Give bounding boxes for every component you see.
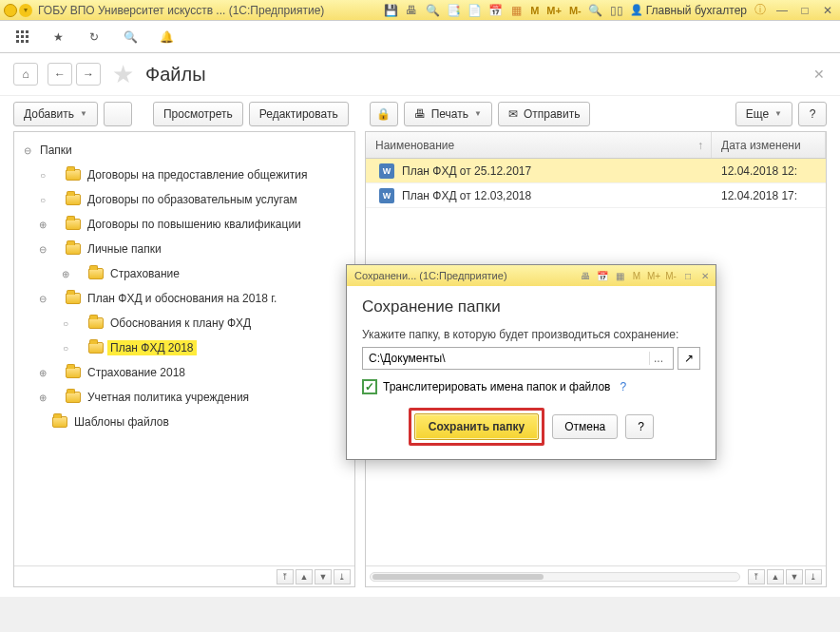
zoom-icon[interactable]: 🔍 [588,3,603,18]
tree-item[interactable]: ○Обоснования к плану ФХД [18,311,351,335]
panels-icon[interactable]: ▯▯ [609,3,624,18]
compare-icon[interactable]: 📑 [446,3,461,18]
dialog-help-button[interactable]: ? [625,414,654,439]
calendar-icon[interactable]: 📅 [487,3,503,18]
expand-icon[interactable]: ○ [60,318,71,329]
history-icon[interactable]: ↻ [86,29,103,46]
tree-item[interactable]: ⊕Договоры по повышению квалификации [18,212,351,237]
tree-item[interactable]: ⊕Страхование 2018 [18,360,351,385]
dialog-titlebar: Сохранени... (1С:Предприятие) 🖶 📅 ▦ M M+… [347,265,716,286]
close-page-button[interactable]: ✕ [813,67,825,82]
help-button[interactable]: ? [798,102,827,126]
tree-item[interactable]: ⊖План ФХД и обоснования на 2018 г. [18,286,351,311]
apps-grid-icon[interactable] [13,29,30,46]
tree-item[interactable]: ○Договоры по образовательным услугам [18,187,351,212]
dialog-close[interactable]: ✕ [698,269,712,282]
dialog-mminus[interactable]: M- [664,269,678,282]
list-nav-up[interactable]: ▲ [767,569,784,584]
tree-nav-down[interactable]: ▼ [315,569,332,584]
tree-item-label: Страхование 2018 [85,365,188,380]
tree-item[interactable]: ⊕Учетная политика учреждения [18,385,351,410]
tree-item[interactable]: Шаблоны файлов [18,410,351,434]
tree-item[interactable]: ⊕Страхование [18,261,351,286]
horizontal-scrollbar[interactable] [370,572,740,582]
expand-icon[interactable]: ⊖ [37,244,48,255]
add-button[interactable]: Добавить▼ [13,102,98,126]
memory-m[interactable]: M [529,5,540,16]
view-button[interactable]: Просмотреть [153,102,243,126]
save-icon[interactable]: 💾 [383,3,398,18]
dialog-m[interactable]: M [630,269,643,282]
file-date: 12.04.2018 17: [712,189,826,202]
expand-icon[interactable]: ○ [60,343,71,354]
file-row[interactable]: WПлан ФХД от 25.12.201712.04.2018 12: [366,159,826,183]
info-icon[interactable]: ⓘ [753,3,768,18]
print-button[interactable]: 🖶 Печать▼ [404,102,492,126]
print-icon[interactable]: 🖶 [404,3,419,18]
current-user[interactable]: 👤 Главный бухгалтер [630,4,747,17]
expand-icon[interactable]: ○ [37,195,48,205]
dialog-calendar-icon[interactable]: 📅 [596,269,609,282]
lock-button[interactable]: 🔒 [370,102,398,126]
search-icon[interactable]: 🔍 [122,29,139,46]
back-button[interactable]: ← [48,63,72,86]
more-button[interactable]: Еще▼ [735,102,792,126]
list-nav-down[interactable]: ▼ [786,569,803,584]
maximize-button[interactable]: □ [796,3,813,18]
folder-tree: ⊖ Папки ○Договоры на предоставление обще… [14,132,354,565]
col-date[interactable]: Дата изменени [712,132,826,158]
tree-nav-last[interactable]: ⤓ [334,569,351,584]
minimize-button[interactable]: — [773,3,791,18]
favorite-page-icon[interactable]: ★ [112,60,134,89]
list-nav-first[interactable]: ⤒ [748,569,765,584]
send-button[interactable]: ✉ Отправить [498,102,591,126]
dialog-date-icon[interactable]: ▦ [613,269,626,282]
browse-button[interactable]: ... [649,352,667,365]
print-label: Печать [431,107,468,121]
path-input[interactable]: C:\Документы\ ... [362,347,674,370]
file-row[interactable]: WПлан ФХД от 12.03,201812.04.2018 17: [366,183,826,208]
transliterate-help[interactable]: ? [620,380,627,393]
tree-item[interactable]: ⊖Личные папки [18,237,351,261]
expand-icon[interactable]: ⊕ [60,269,71,279]
folder-icon [66,367,81,378]
notifications-icon[interactable]: 🔔 [158,29,175,46]
expand-icon[interactable]: ⊖ [37,294,48,304]
memory-mplus[interactable]: M+ [545,5,563,16]
home-button[interactable]: ⌂ [13,63,38,86]
folder-icon [88,317,104,329]
tree-item-label: Договоры на предоставление общежития [85,167,311,182]
forward-button[interactable]: → [76,63,101,86]
app-menu-dropdown[interactable]: ▾ [19,4,32,17]
favorite-star-icon[interactable]: ★ [49,29,67,46]
close-button[interactable]: ✕ [819,3,836,18]
tree-item[interactable]: ○План ФХД 2018 [18,335,351,360]
open-external-button[interactable]: ↗ [678,347,700,370]
dialog-maximize[interactable]: □ [681,269,695,282]
preview-icon[interactable]: 🔍 [425,3,440,18]
dialog-mplus[interactable]: M+ [647,269,660,282]
cancel-button[interactable]: Отмена [552,414,618,439]
expand-icon[interactable]: ⊕ [37,368,48,378]
tree-nav-first[interactable]: ⤒ [277,569,294,584]
tree-nav-up[interactable]: ▲ [296,569,313,584]
transliterate-checkbox[interactable]: ✓ [362,379,377,394]
expand-icon[interactable]: ⊖ [22,145,33,156]
expand-icon[interactable]: ⊕ [37,220,48,230]
new-folder-button[interactable] [104,102,132,126]
date-icon[interactable]: ▦ [508,3,524,18]
dialog-body: Сохранение папки Укажите папку, в котору… [347,286,716,459]
memory-mminus[interactable]: M- [568,5,582,16]
edit-button[interactable]: Редактировать [249,102,349,126]
save-folder-button[interactable]: Сохранить папку [414,413,539,440]
expand-icon[interactable]: ⊕ [37,393,48,403]
list-nav-last[interactable]: ⤓ [805,569,822,584]
page-title: Файлы [145,64,206,86]
tree-item[interactable]: ○Договоры на предоставление общежития [18,163,351,187]
dialog-print-icon[interactable]: 🖶 [579,269,592,282]
col-name-label: Наименование [375,139,454,152]
col-name[interactable]: Наименование↑ [366,132,712,158]
tree-root[interactable]: ⊖ Папки [18,138,351,163]
copy-icon[interactable]: 📄 [467,3,482,18]
expand-icon[interactable]: ○ [37,170,48,181]
